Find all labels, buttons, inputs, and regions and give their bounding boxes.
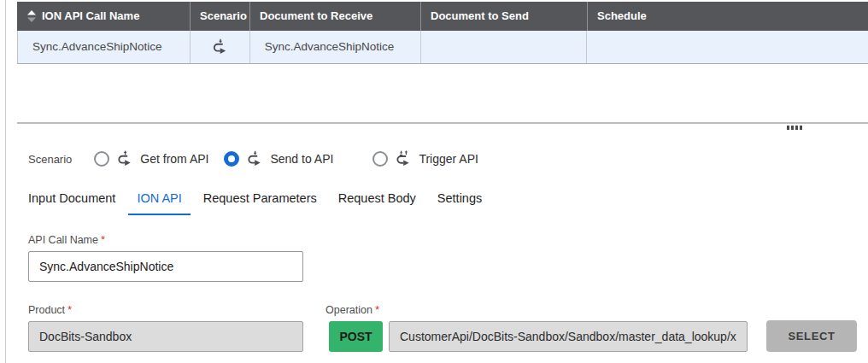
sort-icon [27,10,36,22]
column-header-schedule: Schedule [587,2,868,31]
panel-left-border [5,0,6,363]
radio-selected[interactable] [224,151,239,167]
tab-ion-api[interactable]: ION API [128,190,190,215]
column-header-document-to-send: Document to Send [420,2,587,31]
http-method-badge: POST [329,321,383,352]
radio-label: Get from API [140,152,208,166]
panel-divider [17,122,868,124]
tab-input-document[interactable]: Input Document [20,190,124,215]
radio-label: Trigger API [419,152,478,166]
cell-schedule [587,31,868,63]
send-to-api-icon [211,38,229,56]
column-header-document-to-receive: Document to Receive [249,2,420,31]
tab-bar: Input Document ION API Request Parameter… [20,190,490,215]
scenario-group-label: Scenario [28,153,72,166]
api-call-name-label: API Call Name* [28,233,105,246]
radio-label: Send to API [270,152,333,166]
panel-resize-gripper[interactable] [787,126,802,130]
table-row[interactable]: Sync.AdvanceShipNotice Sync.AdvanceShipN… [17,31,868,64]
operation-label: Operation* [326,303,379,316]
api-calls-table: ION API Call Name Scenario Document to R… [17,2,868,64]
trigger-api-icon [395,150,412,167]
product-label: Product* [28,303,72,316]
api-call-name-input[interactable] [28,251,303,282]
required-asterisk: * [67,303,72,316]
radio-option-trigger-api[interactable]: Trigger API [372,150,478,167]
tab-settings[interactable]: Settings [429,190,490,215]
radio-unselected[interactable] [372,151,388,167]
required-asterisk: * [375,303,379,316]
cell-api-call-name: Sync.AdvanceShipNotice [18,31,191,63]
operation-path-input [389,321,748,352]
ion-api-configuration-screen: ION API Call Name Scenario Document to R… [0,0,868,363]
tab-request-parameters[interactable]: Request Parameters [195,190,326,215]
radio-option-get-from-api[interactable]: Get from API [94,150,208,167]
scenario-radio-group: Scenario Get from API [28,149,478,168]
tab-request-body[interactable]: Request Body [330,190,425,215]
required-asterisk: * [101,233,105,246]
product-input [28,321,303,352]
cell-document-to-send [421,31,588,63]
get-from-api-icon [116,150,133,167]
radio-unselected[interactable] [94,151,109,167]
radio-option-send-to-api[interactable]: Send to API [224,150,333,167]
cell-scenario [191,31,250,63]
select-operation-button[interactable]: SELECT [766,320,857,352]
column-header-scenario: Scenario [190,2,249,31]
column-header-label: ION API Call Name [42,2,139,31]
send-to-api-icon [246,150,263,167]
cell-document-to-receive: Sync.AdvanceShipNotice [250,31,421,63]
table-header-row: ION API Call Name Scenario Document to R… [17,2,868,31]
column-header-ion-api-call-name[interactable]: ION API Call Name [17,2,190,31]
